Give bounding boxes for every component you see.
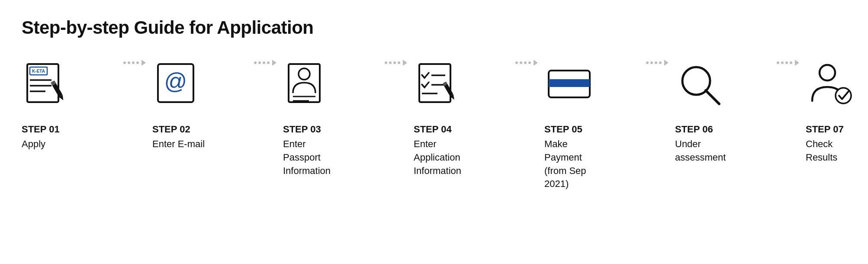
step-02-label: STEP 02 Enter E-mail: [152, 124, 205, 151]
step-02: @ STEP 02 Enter E-mail: [152, 60, 248, 151]
arrow-3: [378, 60, 414, 79]
step-04: STEP 04 EnterApplicationInformation: [414, 60, 509, 177]
step-07-label: STEP 07 CheckResults: [806, 124, 844, 164]
arrow-5: [640, 60, 675, 79]
svg-point-27: [836, 88, 851, 103]
arrow-6: [770, 60, 806, 79]
step-01-label: STEP 01 Apply: [22, 124, 60, 151]
step-03-label: STEP 03 EnterPassportInformation: [283, 124, 331, 177]
step-07: STEP 07 CheckResults: [806, 60, 868, 164]
step-07-icon: [806, 60, 858, 112]
step-02-icon: @: [152, 60, 204, 112]
step-03: STEP 03 EnterPassportInformation: [283, 60, 378, 177]
step-04-icon: [414, 60, 466, 112]
page-title: Step-by-step Guide for Application: [22, 17, 846, 38]
svg-rect-23: [549, 79, 590, 87]
step-05-label: STEP 05 MakePayment(from Sep2021): [544, 124, 586, 191]
step-06-label: STEP 06 Underassessment: [675, 124, 726, 164]
step-06-icon: [675, 60, 727, 112]
steps-container: K-ETA STEP 01 Apply: [22, 60, 846, 191]
svg-line-25: [706, 90, 719, 104]
svg-text:@: @: [164, 68, 187, 93]
svg-point-26: [820, 65, 835, 80]
step-04-label: STEP 04 EnterApplicationInformation: [414, 124, 461, 177]
step-06: STEP 06 Underassessment: [675, 60, 770, 164]
arrow-4: [509, 60, 544, 79]
svg-text:K-ETA: K-ETA: [32, 69, 45, 74]
step-03-icon: [283, 60, 335, 112]
step-01-icon: K-ETA: [22, 60, 74, 112]
step-05: STEP 05 MakePayment(from Sep2021): [544, 60, 640, 191]
arrow-1: [117, 60, 152, 79]
arrow-2: [248, 60, 283, 79]
step-01: K-ETA STEP 01 Apply: [22, 60, 117, 151]
step-05-icon: [544, 60, 596, 112]
